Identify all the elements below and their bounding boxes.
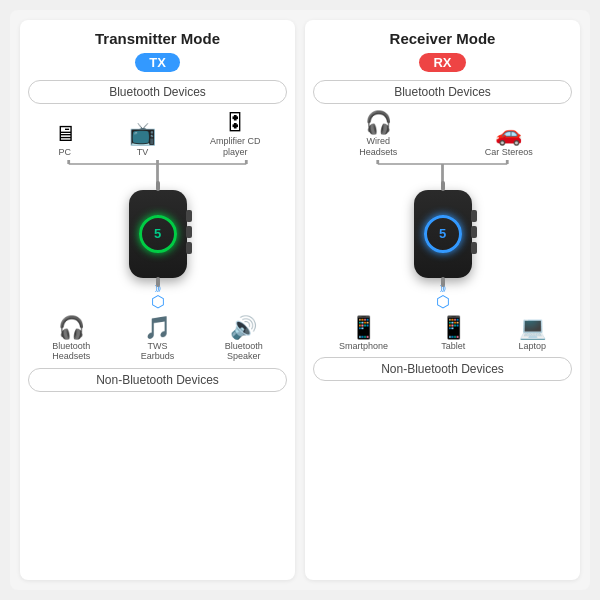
rx-device-headsets: 🎧 Wired Headsets [352, 112, 404, 158]
tx-side-buttons [186, 210, 192, 254]
transmitter-panel: Transmitter Mode TX Bluetooth Devices 🖥 … [20, 20, 295, 580]
tws-label: TWS Earbuds [131, 341, 183, 363]
wired-headsets-icon: 🎧 [365, 112, 392, 134]
rx-tablet: 📱 Tablet [440, 317, 467, 352]
tx-device-amplifier: 🎛 Amplifier CD player [209, 112, 261, 158]
tx-ring: 5 [139, 215, 177, 253]
rx-ring: 5 [424, 215, 462, 253]
rx-badge: RX [419, 53, 465, 72]
rx-btn-3 [471, 242, 477, 254]
tx-device-main: 5 [129, 190, 187, 278]
rx-bt-signal: ))) ⬡ [436, 283, 450, 311]
tx-ring-inner: 5 [154, 226, 161, 241]
tx-device-tv: 📺 TV [129, 123, 156, 158]
tx-top-devices: 🖥 PC 📺 TV 🎛 Amplifier CD player [28, 112, 287, 158]
rx-device-main: 5 [414, 190, 472, 278]
rx-device-car: 🚗 Car Stereos [485, 123, 533, 158]
tx-bt-icon: ⬡ [151, 292, 165, 311]
rx-btn-1 [471, 210, 477, 222]
tx-jack-top [156, 181, 160, 191]
rx-top-devices: 🎧 Wired Headsets 🚗 Car Stereos [313, 112, 572, 158]
rx-jack-bottom [441, 277, 445, 287]
tx-bluetooth-devices-label: Bluetooth Devices [28, 80, 287, 104]
amplifier-icon: 🎛 [224, 112, 246, 134]
rx-jack-top [441, 181, 445, 191]
tv-icon: 📺 [129, 123, 156, 145]
tx-jack-bottom [156, 277, 160, 287]
rx-title: Receiver Mode [390, 30, 496, 47]
laptop-icon: 💻 [519, 317, 546, 339]
bt-speaker-label: Bluetooth Speaker [218, 341, 270, 363]
rx-non-bt-label: Non-Bluetooth Devices [313, 357, 572, 381]
tx-title: Transmitter Mode [95, 30, 220, 47]
tablet-icon: 📱 [440, 317, 467, 339]
rx-bottom-devices: 📱 Smartphone 📱 Tablet 💻 Laptop [313, 317, 572, 352]
pc-icon: 🖥 [54, 123, 76, 145]
tx-bottom-devices: 🎧 Bluetooth Headsets 🎵 TWS Earbuds 🔊 Blu… [28, 317, 287, 363]
receiver-panel: Receiver Mode RX Bluetooth Devices 🎧 Wir… [305, 20, 580, 580]
tx-btn-1 [186, 210, 192, 222]
tx-bt-headsets: 🎧 Bluetooth Headsets [45, 317, 97, 363]
bt-headsets-icon: 🎧 [58, 317, 85, 339]
smartphone-icon: 📱 [350, 317, 377, 339]
rx-btn-2 [471, 226, 477, 238]
tx-badge: TX [135, 53, 180, 72]
tv-label: TV [137, 147, 149, 158]
tx-btn-3 [186, 242, 192, 254]
bt-speaker-icon: 🔊 [230, 317, 257, 339]
tx-bt-signal: ))) ⬡ [151, 283, 165, 311]
pc-label: PC [58, 147, 71, 158]
tws-icon: 🎵 [144, 317, 171, 339]
wired-headsets-label: Wired Headsets [352, 136, 404, 158]
main-container: Transmitter Mode TX Bluetooth Devices 🖥 … [10, 10, 590, 590]
car-stereo-icon: 🚗 [495, 123, 522, 145]
tablet-label: Tablet [441, 341, 465, 352]
rx-smartphone: 📱 Smartphone [339, 317, 388, 352]
car-stereo-label: Car Stereos [485, 147, 533, 158]
bt-headsets-label: Bluetooth Headsets [45, 341, 97, 363]
amplifier-label: Amplifier CD player [209, 136, 261, 158]
rx-laptop: 💻 Laptop [519, 317, 547, 352]
rx-bt-icon: ⬡ [436, 292, 450, 311]
tx-tws-earbuds: 🎵 TWS Earbuds [131, 317, 183, 363]
smartphone-label: Smartphone [339, 341, 388, 352]
rx-side-buttons [471, 210, 477, 254]
rx-ring-inner: 5 [439, 226, 446, 241]
rx-bluetooth-devices-label: Bluetooth Devices [313, 80, 572, 104]
tx-btn-2 [186, 226, 192, 238]
laptop-label: Laptop [519, 341, 547, 352]
tx-device-pc: 🖥 PC [54, 123, 76, 158]
tx-bt-speaker: 🔊 Bluetooth Speaker [218, 317, 270, 363]
tx-non-bt-label: Non-Bluetooth Devices [28, 368, 287, 392]
